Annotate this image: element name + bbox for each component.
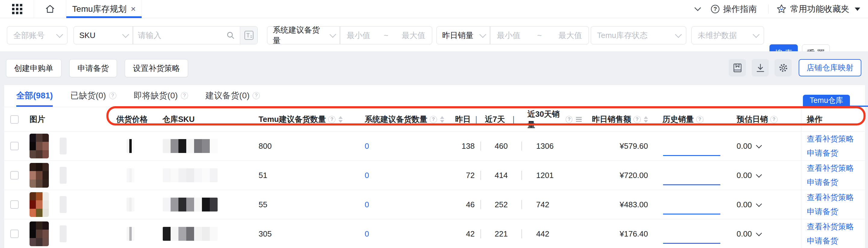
- help-icon[interactable]: ?: [770, 116, 778, 123]
- help-icon[interactable]: ?: [328, 116, 336, 123]
- sys-suggest-qty-link[interactable]: 0: [365, 200, 369, 210]
- help-icon[interactable]: ?: [109, 92, 116, 99]
- redacted-sku: [163, 168, 218, 182]
- temu-suggest-qty: 800: [258, 132, 358, 161]
- help-icon[interactable]: ?: [696, 116, 704, 123]
- range1-label: 系统建议备货量: [273, 25, 326, 46]
- chevron-down-icon: [122, 31, 129, 38]
- sku-search-input[interactable]: 请输入: [133, 27, 240, 44]
- sales-7d: 221: [487, 229, 516, 239]
- history-sales-input[interactable]: [663, 155, 720, 156]
- request-stock-link[interactable]: 申请备货: [807, 148, 854, 158]
- collapse-chevron-icon[interactable]: [693, 7, 702, 11]
- unmaintained-data-select[interactable]: 未维护数据: [691, 26, 764, 44]
- create-purchase-order-button[interactable]: 创建申购单: [6, 59, 61, 77]
- tab-soon-out-of-stock[interactable]: 即将缺货(0) ?: [134, 90, 188, 107]
- min-input[interactable]: 最小值: [497, 30, 521, 41]
- yesterday-amount: ¥483.00: [574, 190, 648, 219]
- request-stock-link[interactable]: 申请备货: [807, 236, 854, 246]
- select-all-checkbox[interactable]: [10, 115, 19, 124]
- sku-search-group: SKU 请输入: [73, 26, 258, 44]
- sys-suggest-qty-link[interactable]: 0: [365, 141, 369, 151]
- max-input[interactable]: 最大值: [558, 30, 582, 41]
- temu-warehouse-tab[interactable]: Temu仓库: [803, 95, 850, 106]
- redacted-price: [127, 198, 134, 212]
- batch-input-icon[interactable]: [240, 27, 257, 44]
- row-checkbox[interactable]: [10, 200, 19, 209]
- card-right-margin: [865, 85, 868, 248]
- row-checkbox[interactable]: [10, 229, 19, 238]
- favorites-menu[interactable]: 常用功能收藏夹: [776, 3, 860, 15]
- est-daily-dropdown[interactable]: 0.00: [737, 229, 761, 239]
- account-select[interactable]: 全部账号: [7, 26, 67, 44]
- history-sales-input[interactable]: [663, 184, 720, 185]
- request-stock-button[interactable]: 申请备货: [69, 59, 117, 77]
- row-checkbox[interactable]: [10, 142, 19, 150]
- status-placeholder: Temu库存状态: [597, 30, 648, 41]
- export-button[interactable]: [752, 59, 769, 76]
- view-strategy-link[interactable]: 查看补货策略: [807, 163, 854, 173]
- sys-suggest-qty-link[interactable]: 0: [365, 171, 369, 180]
- redacted-price: [127, 227, 134, 241]
- help-icon[interactable]: ?: [633, 116, 641, 123]
- table-row: 55 0 46 252 742 ¥483.00 0.00 查看补货策略 申请备货: [0, 190, 868, 219]
- request-stock-link[interactable]: 申请备货: [807, 206, 854, 217]
- sku-input-placeholder: 请输入: [138, 30, 161, 41]
- sys-suggest-qty-link[interactable]: 0: [365, 229, 369, 239]
- history-sales-input[interactable]: [663, 214, 720, 215]
- max-input[interactable]: 最大值: [402, 30, 425, 41]
- save-view-button[interactable]: [729, 59, 746, 76]
- product-thumbnail: [30, 192, 49, 217]
- tab-temu-inventory-planning[interactable]: Temu库存规划 ×: [66, 0, 142, 18]
- view-strategy-link[interactable]: 查看补货策略: [807, 134, 854, 144]
- sku-field-select[interactable]: SKU: [74, 27, 133, 44]
- sys-suggest-range-select[interactable]: 系统建议备货量: [267, 27, 340, 44]
- temu-stock-status-select[interactable]: Temu库存状态: [591, 26, 686, 44]
- operation-guide-link[interactable]: ? 操作指南: [711, 3, 757, 15]
- star-icon: [776, 4, 786, 14]
- request-stock-link[interactable]: 申请备货: [807, 177, 854, 188]
- est-daily-dropdown[interactable]: 0.00: [737, 171, 761, 180]
- min-input[interactable]: 最小值: [347, 30, 370, 41]
- tab-out-of-stock[interactable]: 已缺货(0) ?: [70, 90, 116, 107]
- tab-all[interactable]: 全部(981): [16, 90, 53, 107]
- sales-yesterday: 72: [431, 171, 475, 180]
- store-warehouse-mapping-button[interactable]: 店铺仓库映射: [799, 59, 861, 76]
- sales-30d: 442: [528, 229, 549, 239]
- help-icon[interactable]: ?: [181, 92, 188, 99]
- tab-suggest-restock[interactable]: 建议备货(0) ?: [206, 90, 260, 107]
- yesterday-amount: ¥176.40: [574, 219, 648, 248]
- chevron-down-icon: [675, 31, 682, 38]
- sales-yesterday: 46: [431, 200, 475, 210]
- help-icon[interactable]: ?: [566, 116, 572, 123]
- est-daily-dropdown[interactable]: 0.00: [737, 200, 761, 210]
- temu-suggest-qty: 51: [258, 161, 358, 190]
- sort-control[interactable]: [338, 116, 343, 123]
- app-grid-icon[interactable]: [12, 4, 22, 14]
- tab-close-icon[interactable]: ×: [131, 5, 135, 13]
- set-replenish-strategy-button[interactable]: 设置补货策略: [125, 59, 188, 77]
- caret-down-icon: [855, 7, 860, 11]
- help-icon[interactable]: ?: [253, 92, 260, 99]
- topbar: Temu库存规划 × ? 操作指南 常用功能收藏夹: [0, 0, 868, 18]
- home-icon: [44, 3, 56, 15]
- temu-suggest-qty: 55: [258, 190, 358, 219]
- est-daily-dropdown[interactable]: 0.00: [737, 141, 761, 151]
- row-checkbox[interactable]: [10, 171, 19, 180]
- col-image: 图片: [30, 107, 51, 131]
- chevron-down-icon: [753, 31, 760, 38]
- yesterday-sales-select[interactable]: 昨日销量: [437, 27, 490, 44]
- settings-button[interactable]: [775, 59, 792, 76]
- sort-control[interactable]: [644, 116, 648, 123]
- gear-icon: [778, 62, 789, 73]
- question-circle-icon: ?: [711, 5, 719, 13]
- active-tab-underline: [66, 16, 142, 18]
- history-sales-input[interactable]: [663, 243, 720, 244]
- view-strategy-link[interactable]: 查看补货策略: [807, 192, 854, 203]
- view-strategy-link[interactable]: 查看补货策略: [807, 221, 854, 232]
- sku-field-value: SKU: [79, 31, 95, 40]
- home-button[interactable]: [39, 0, 61, 18]
- download-icon: [755, 62, 766, 73]
- tab-title: Temu库存规划: [72, 3, 127, 15]
- favorites-label: 常用功能收藏夹: [790, 3, 849, 15]
